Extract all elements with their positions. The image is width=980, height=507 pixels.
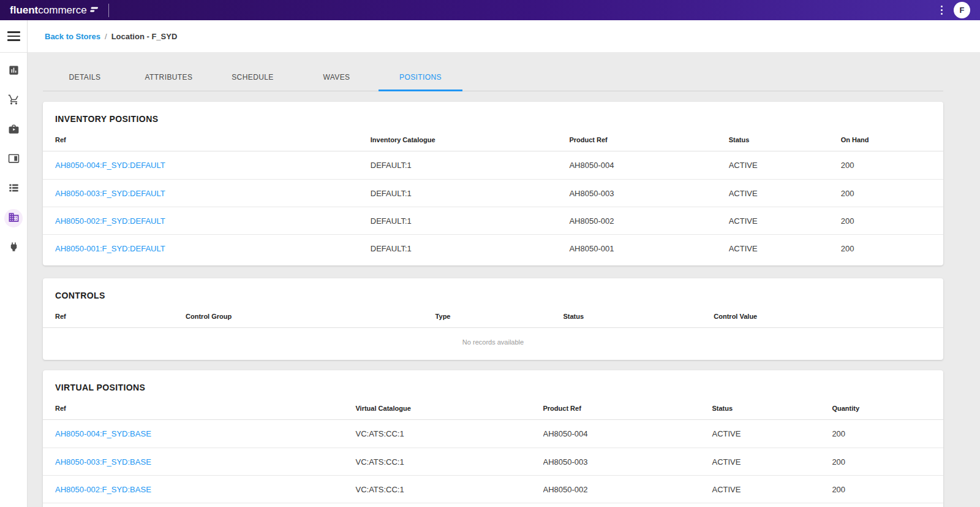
- cell-product_ref: AH8050-003: [569, 189, 728, 198]
- fluent-commerce-logo: fluentcommerce: [10, 4, 99, 16]
- buildings-icon: [8, 212, 20, 226]
- tab-attributes[interactable]: ATTRIBUTES: [127, 65, 211, 91]
- cell-status: ACTIVE: [729, 161, 841, 170]
- table-row: AH8050-003:F_SYD:BASEVC:ATS:CC:1AH8050-0…: [43, 448, 943, 475]
- column-header: Type: [435, 313, 564, 327]
- column-header: Inventory Catalogue: [371, 136, 570, 151]
- page-title: Location - F_SYD: [111, 32, 178, 41]
- cell-qty: 200: [832, 429, 931, 438]
- cell-catalogue: DEFAULT:1: [371, 244, 570, 253]
- column-header: Product Ref: [569, 136, 728, 151]
- cell-qty: 200: [841, 189, 931, 198]
- cell-product_ref: AH8050-003: [543, 457, 712, 467]
- logo-text-commerce: commerce: [38, 5, 86, 15]
- tab-waves[interactable]: WAVES: [295, 65, 379, 91]
- sidebar-item-fulfilment[interactable]: [4, 121, 23, 139]
- cell-status: ACTIVE: [729, 244, 841, 253]
- column-header: Control Group: [186, 313, 435, 327]
- cell-catalogue: DEFAULT:1: [371, 216, 570, 226]
- position-ref-link[interactable]: AH8050-001:F_SYD:DEFAULT: [55, 244, 371, 253]
- sidebar-item-locations[interactable]: [4, 209, 23, 227]
- breadcrumb-back-link[interactable]: Back to Stores: [45, 32, 100, 41]
- column-header: Product Ref: [543, 405, 712, 419]
- logo-text-fluent: fluent: [10, 5, 38, 15]
- virtual-positions-card: VIRTUAL POSITIONS RefVirtual CataloguePr…: [43, 370, 943, 507]
- cell-product_ref: AH8050-002: [569, 216, 728, 226]
- left-sidebar: [0, 20, 28, 507]
- empty-state-message: No records available: [43, 328, 943, 356]
- orders-bag-play-icon: [8, 123, 20, 137]
- section-title-controls: CONTROLS: [43, 278, 943, 308]
- column-header: Ref: [55, 405, 355, 419]
- cell-qty: 200: [841, 216, 931, 226]
- shopping-cart-icon: [8, 94, 20, 108]
- cell-status: ACTIVE: [729, 189, 841, 198]
- controls-card: CONTROLS RefControl GroupTypeStatusContr…: [43, 278, 943, 360]
- position-ref-link[interactable]: AH8050-004:F_SYD:DEFAULT: [55, 161, 371, 170]
- column-header: Quantity: [832, 405, 931, 419]
- hamburger-menu-icon[interactable]: [7, 31, 20, 40]
- column-header: On Hand: [841, 136, 931, 151]
- position-ref-link[interactable]: AH8050-004:F_SYD:BASE: [55, 429, 355, 438]
- avatar-initial: F: [960, 6, 965, 15]
- controls-table: RefControl GroupTypeStatusControl ValueN…: [43, 308, 943, 356]
- sidebar-item-billing[interactable]: [4, 150, 23, 169]
- breadcrumb-separator: /: [105, 32, 107, 41]
- column-header: Status: [563, 313, 714, 327]
- cell-qty: 200: [841, 244, 931, 253]
- cell-catalogue: VC:ATS:CC:1: [355, 429, 543, 438]
- sidebar-item-integrations[interactable]: [4, 238, 23, 257]
- cell-product_ref: AH8050-001: [569, 244, 728, 253]
- card-panel-icon: [8, 153, 20, 167]
- column-header: Virtual Catalogue: [355, 405, 543, 419]
- cell-status: ACTIVE: [729, 216, 841, 226]
- breadcrumb: Back to Stores / Location - F_SYD: [28, 20, 980, 53]
- kebab-menu-icon[interactable]: [938, 3, 946, 18]
- section-title-virtual-positions: VIRTUAL POSITIONS: [43, 370, 943, 400]
- header-divider: [108, 4, 109, 17]
- section-title-inventory-positions: INVENTORY POSITIONS: [43, 102, 943, 131]
- top-app-bar: fluentcommerce F: [0, 0, 980, 20]
- bar-chart-icon: [8, 64, 20, 78]
- cell-catalogue: DEFAULT:1: [371, 189, 570, 198]
- cell-catalogue: DEFAULT:1: [371, 161, 570, 170]
- cell-catalogue: VC:ATS:CC:1: [355, 457, 543, 467]
- power-plug-icon: [8, 241, 20, 255]
- position-ref-link[interactable]: AH8050-002:F_SYD:BASE: [55, 485, 355, 494]
- tab-positions[interactable]: POSITIONS: [379, 65, 462, 91]
- cell-status: ACTIVE: [712, 485, 832, 494]
- fluent-logo-mark-icon: [89, 4, 99, 16]
- table-row: AH8050-002:F_SYD:DEFAULTDEFAULT:1AH8050-…: [43, 207, 943, 234]
- user-avatar[interactable]: F: [954, 2, 970, 18]
- tab-schedule[interactable]: SCHEDULE: [211, 65, 295, 91]
- table-row: AH8050-004:F_SYD:BASEVC:ATS:CC:1AH8050-0…: [43, 420, 943, 448]
- table-row: AH8050-001:F_SYD:DEFAULTDEFAULT:1AH8050-…: [43, 234, 943, 262]
- sidebar-item-catalogue[interactable]: [4, 180, 23, 198]
- cell-product_ref: AH8050-004: [569, 161, 728, 170]
- clipped-partial-row: [43, 503, 943, 507]
- cell-qty: 200: [841, 161, 931, 170]
- table-row: AH8050-002:F_SYD:BASEVC:ATS:CC:1AH8050-0…: [43, 475, 943, 503]
- column-header: Status: [712, 405, 832, 419]
- column-header: Ref: [55, 313, 186, 327]
- cell-product_ref: AH8050-004: [543, 429, 712, 438]
- cell-status: ACTIVE: [712, 429, 832, 438]
- cell-status: ACTIVE: [712, 457, 832, 467]
- table-row: AH8050-003:F_SYD:DEFAULTDEFAULT:1AH8050-…: [43, 179, 943, 207]
- cell-catalogue: VC:ATS:CC:1: [355, 485, 543, 494]
- table-row: AH8050-004:F_SYD:DEFAULTDEFAULT:1AH8050-…: [43, 151, 943, 179]
- cell-product_ref: AH8050-002: [543, 485, 712, 494]
- sidebar-item-orders[interactable]: [4, 91, 23, 110]
- sidebar-item-analytics[interactable]: [4, 62, 23, 80]
- position-ref-link[interactable]: AH8050-003:F_SYD:BASE: [55, 457, 355, 467]
- tab-details[interactable]: DETAILS: [43, 65, 127, 91]
- column-header: Control Value: [714, 313, 931, 327]
- position-ref-link[interactable]: AH8050-002:F_SYD:DEFAULT: [55, 216, 371, 226]
- column-header: Ref: [55, 136, 371, 151]
- column-header: Status: [729, 136, 841, 151]
- inventory-positions-table: RefInventory CatalogueProduct RefStatusO…: [43, 131, 943, 262]
- list-icon: [8, 182, 20, 196]
- position-ref-link[interactable]: AH8050-003:F_SYD:DEFAULT: [55, 189, 371, 198]
- cell-qty: 200: [832, 485, 931, 494]
- tab-bar: DETAILSATTRIBUTESSCHEDULEWAVESPOSITIONS: [43, 65, 943, 91]
